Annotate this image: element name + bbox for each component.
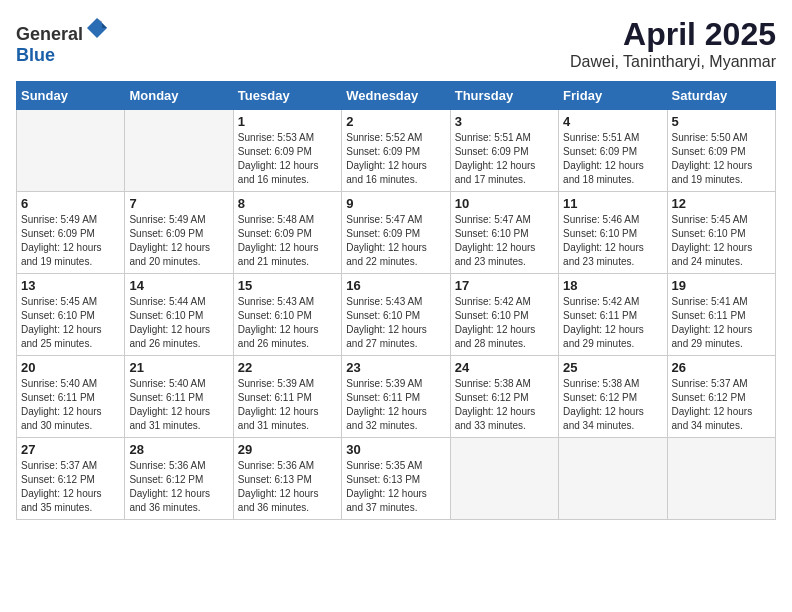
page-header: General Blue April 2025 Dawei, Taninthar…	[16, 16, 776, 71]
calendar-cell: 22Sunrise: 5:39 AMSunset: 6:11 PMDayligh…	[233, 356, 341, 438]
weekday-header-saturday: Saturday	[667, 82, 775, 110]
day-number: 28	[129, 442, 228, 457]
calendar-cell: 7Sunrise: 5:49 AMSunset: 6:09 PMDaylight…	[125, 192, 233, 274]
calendar-cell: 11Sunrise: 5:46 AMSunset: 6:10 PMDayligh…	[559, 192, 667, 274]
day-info: Sunrise: 5:51 AMSunset: 6:09 PMDaylight:…	[563, 131, 662, 187]
calendar-cell: 12Sunrise: 5:45 AMSunset: 6:10 PMDayligh…	[667, 192, 775, 274]
day-number: 8	[238, 196, 337, 211]
calendar-cell: 23Sunrise: 5:39 AMSunset: 6:11 PMDayligh…	[342, 356, 450, 438]
calendar-cell: 26Sunrise: 5:37 AMSunset: 6:12 PMDayligh…	[667, 356, 775, 438]
day-info: Sunrise: 5:45 AMSunset: 6:10 PMDaylight:…	[672, 213, 771, 269]
day-number: 14	[129, 278, 228, 293]
calendar-cell: 18Sunrise: 5:42 AMSunset: 6:11 PMDayligh…	[559, 274, 667, 356]
logo-general: General	[16, 24, 83, 44]
day-number: 11	[563, 196, 662, 211]
day-info: Sunrise: 5:42 AMSunset: 6:10 PMDaylight:…	[455, 295, 554, 351]
calendar-cell: 2Sunrise: 5:52 AMSunset: 6:09 PMDaylight…	[342, 110, 450, 192]
calendar-cell: 4Sunrise: 5:51 AMSunset: 6:09 PMDaylight…	[559, 110, 667, 192]
day-number: 22	[238, 360, 337, 375]
day-info: Sunrise: 5:47 AMSunset: 6:09 PMDaylight:…	[346, 213, 445, 269]
weekday-header-sunday: Sunday	[17, 82, 125, 110]
calendar-cell: 20Sunrise: 5:40 AMSunset: 6:11 PMDayligh…	[17, 356, 125, 438]
day-number: 20	[21, 360, 120, 375]
calendar-cell: 14Sunrise: 5:44 AMSunset: 6:10 PMDayligh…	[125, 274, 233, 356]
day-info: Sunrise: 5:47 AMSunset: 6:10 PMDaylight:…	[455, 213, 554, 269]
day-number: 6	[21, 196, 120, 211]
calendar-cell: 17Sunrise: 5:42 AMSunset: 6:10 PMDayligh…	[450, 274, 558, 356]
day-number: 13	[21, 278, 120, 293]
day-number: 9	[346, 196, 445, 211]
day-info: Sunrise: 5:40 AMSunset: 6:11 PMDaylight:…	[129, 377, 228, 433]
calendar-week-4: 20Sunrise: 5:40 AMSunset: 6:11 PMDayligh…	[17, 356, 776, 438]
calendar-cell: 30Sunrise: 5:35 AMSunset: 6:13 PMDayligh…	[342, 438, 450, 520]
day-info: Sunrise: 5:36 AMSunset: 6:13 PMDaylight:…	[238, 459, 337, 515]
day-info: Sunrise: 5:39 AMSunset: 6:11 PMDaylight:…	[238, 377, 337, 433]
day-info: Sunrise: 5:49 AMSunset: 6:09 PMDaylight:…	[129, 213, 228, 269]
day-number: 7	[129, 196, 228, 211]
day-number: 16	[346, 278, 445, 293]
day-info: Sunrise: 5:43 AMSunset: 6:10 PMDaylight:…	[238, 295, 337, 351]
day-info: Sunrise: 5:46 AMSunset: 6:10 PMDaylight:…	[563, 213, 662, 269]
day-info: Sunrise: 5:49 AMSunset: 6:09 PMDaylight:…	[21, 213, 120, 269]
calendar-week-1: 1Sunrise: 5:53 AMSunset: 6:09 PMDaylight…	[17, 110, 776, 192]
day-number: 4	[563, 114, 662, 129]
day-info: Sunrise: 5:37 AMSunset: 6:12 PMDaylight:…	[21, 459, 120, 515]
weekday-header-monday: Monday	[125, 82, 233, 110]
calendar-cell	[125, 110, 233, 192]
day-number: 29	[238, 442, 337, 457]
calendar-cell: 1Sunrise: 5:53 AMSunset: 6:09 PMDaylight…	[233, 110, 341, 192]
day-number: 3	[455, 114, 554, 129]
month-title: April 2025	[570, 16, 776, 53]
day-info: Sunrise: 5:53 AMSunset: 6:09 PMDaylight:…	[238, 131, 337, 187]
calendar-cell: 13Sunrise: 5:45 AMSunset: 6:10 PMDayligh…	[17, 274, 125, 356]
calendar-cell: 29Sunrise: 5:36 AMSunset: 6:13 PMDayligh…	[233, 438, 341, 520]
weekday-header-tuesday: Tuesday	[233, 82, 341, 110]
logo-text: General Blue	[16, 16, 109, 66]
day-number: 17	[455, 278, 554, 293]
calendar-cell	[450, 438, 558, 520]
day-number: 27	[21, 442, 120, 457]
calendar-cell: 8Sunrise: 5:48 AMSunset: 6:09 PMDaylight…	[233, 192, 341, 274]
logo-blue: Blue	[16, 45, 55, 65]
calendar-cell: 6Sunrise: 5:49 AMSunset: 6:09 PMDaylight…	[17, 192, 125, 274]
day-number: 30	[346, 442, 445, 457]
weekday-header-friday: Friday	[559, 82, 667, 110]
calendar-cell: 25Sunrise: 5:38 AMSunset: 6:12 PMDayligh…	[559, 356, 667, 438]
calendar-table: SundayMondayTuesdayWednesdayThursdayFrid…	[16, 81, 776, 520]
day-info: Sunrise: 5:44 AMSunset: 6:10 PMDaylight:…	[129, 295, 228, 351]
location-title: Dawei, Tanintharyi, Myanmar	[570, 53, 776, 71]
day-info: Sunrise: 5:48 AMSunset: 6:09 PMDaylight:…	[238, 213, 337, 269]
day-info: Sunrise: 5:37 AMSunset: 6:12 PMDaylight:…	[672, 377, 771, 433]
day-info: Sunrise: 5:38 AMSunset: 6:12 PMDaylight:…	[455, 377, 554, 433]
logo-icon	[85, 16, 109, 40]
day-number: 23	[346, 360, 445, 375]
calendar-cell: 15Sunrise: 5:43 AMSunset: 6:10 PMDayligh…	[233, 274, 341, 356]
day-number: 15	[238, 278, 337, 293]
calendar-cell: 27Sunrise: 5:37 AMSunset: 6:12 PMDayligh…	[17, 438, 125, 520]
day-number: 12	[672, 196, 771, 211]
weekday-header-wednesday: Wednesday	[342, 82, 450, 110]
day-number: 26	[672, 360, 771, 375]
calendar-cell: 28Sunrise: 5:36 AMSunset: 6:12 PMDayligh…	[125, 438, 233, 520]
calendar-cell	[17, 110, 125, 192]
day-number: 1	[238, 114, 337, 129]
calendar-cell: 10Sunrise: 5:47 AMSunset: 6:10 PMDayligh…	[450, 192, 558, 274]
title-area: April 2025 Dawei, Tanintharyi, Myanmar	[570, 16, 776, 71]
calendar-cell	[559, 438, 667, 520]
day-info: Sunrise: 5:41 AMSunset: 6:11 PMDaylight:…	[672, 295, 771, 351]
day-info: Sunrise: 5:45 AMSunset: 6:10 PMDaylight:…	[21, 295, 120, 351]
day-info: Sunrise: 5:38 AMSunset: 6:12 PMDaylight:…	[563, 377, 662, 433]
weekday-header-thursday: Thursday	[450, 82, 558, 110]
day-info: Sunrise: 5:35 AMSunset: 6:13 PMDaylight:…	[346, 459, 445, 515]
calendar-cell: 24Sunrise: 5:38 AMSunset: 6:12 PMDayligh…	[450, 356, 558, 438]
calendar-cell: 19Sunrise: 5:41 AMSunset: 6:11 PMDayligh…	[667, 274, 775, 356]
calendar-cell: 5Sunrise: 5:50 AMSunset: 6:09 PMDaylight…	[667, 110, 775, 192]
weekday-header-row: SundayMondayTuesdayWednesdayThursdayFrid…	[17, 82, 776, 110]
day-number: 19	[672, 278, 771, 293]
day-number: 10	[455, 196, 554, 211]
calendar-cell	[667, 438, 775, 520]
calendar-week-2: 6Sunrise: 5:49 AMSunset: 6:09 PMDaylight…	[17, 192, 776, 274]
calendar-cell: 9Sunrise: 5:47 AMSunset: 6:09 PMDaylight…	[342, 192, 450, 274]
calendar-cell: 3Sunrise: 5:51 AMSunset: 6:09 PMDaylight…	[450, 110, 558, 192]
day-number: 18	[563, 278, 662, 293]
